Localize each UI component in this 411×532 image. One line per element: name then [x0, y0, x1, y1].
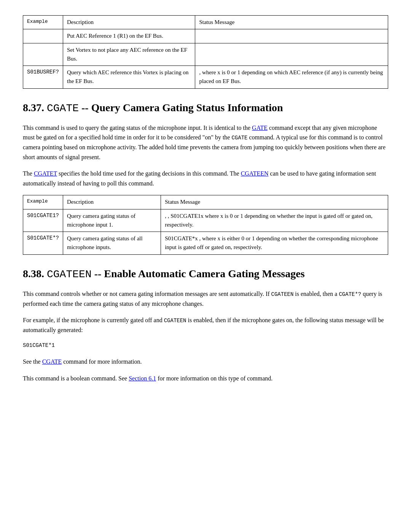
cgate-link[interactable]: CGATE — [42, 358, 62, 365]
table-row: S01CGATE*? Query camera gating status of… — [23, 232, 388, 255]
table-cell-status — [195, 43, 388, 66]
section61-link[interactable]: Section 6.1 — [129, 375, 156, 382]
table-cell-example — [23, 43, 63, 66]
table-cell-example: S01CGATE*? — [23, 232, 63, 255]
cgatet-link[interactable]: CGATET — [34, 170, 57, 177]
table-header-example: Example — [23, 195, 63, 209]
section-number: 8.37. — [23, 102, 44, 113]
table-cell-description: Query which AEC reference this Vortex is… — [63, 66, 195, 89]
code-block: S01CGATE*1 — [23, 342, 388, 350]
table-cell-description: Query camera gating status of microphone… — [63, 209, 161, 232]
section-title: -- Query Camera Gating Status Informatio… — [81, 102, 283, 113]
table-row: S01CGATE1? Query camera gating status of… — [23, 209, 388, 232]
table-row: Set Vortex to not place any AEC referenc… — [23, 43, 388, 66]
section-38-paragraph-1: This command controls whether or not cam… — [23, 289, 388, 308]
section-command: CGATEEN — [47, 268, 92, 280]
section-38-paragraph-2: For example, if the microphone is curren… — [23, 315, 388, 335]
table-cell-example: S01CGATE1? — [23, 209, 63, 232]
table-cell-example: S01BUSREF? — [23, 66, 63, 89]
table-header-status: Status Message — [161, 195, 388, 209]
table-header-example: Example — [23, 16, 63, 29]
section-paragraph-2: The CGATET specifies the hold time used … — [23, 169, 388, 188]
table-cell-status: , , S01CGATE1x where x is 0 or 1 dependi… — [161, 209, 388, 232]
section-command: CGATE — [47, 102, 79, 114]
section-37-table: Example Description Status Message S01CG… — [23, 195, 388, 254]
section-8-38: 8.38. CGATEEN -- Enable Automatic Camera… — [23, 267, 388, 383]
top-table: Example Description Status Message Put A… — [23, 15, 388, 89]
table-cell-description: Query camera gating status of all microp… — [63, 232, 161, 255]
cgateen-link[interactable]: CGATEEN — [241, 170, 269, 177]
section-8-37: 8.37. CGATE -- Query Camera Gating Statu… — [23, 101, 388, 255]
section-title: -- Enable Automatic Camera Gating Messag… — [94, 268, 305, 280]
section-heading-8-37: 8.37. CGATE -- Query Camera Gating Statu… — [23, 101, 388, 115]
section-number: 8.38. — [23, 268, 44, 280]
section-38-paragraph-4: This command is a boolean command. See S… — [23, 374, 388, 383]
table-row: Put AEC Reference 1 (R1) on the EF Bus. — [23, 29, 388, 43]
table-header-description: Description — [63, 195, 161, 209]
section-38-paragraph-3: See the CGATE command for more informati… — [23, 357, 388, 367]
section-paragraph-1: This command is used to query the gating… — [23, 123, 388, 162]
table-cell-status: , where x is 0 or 1 depending on which A… — [195, 66, 388, 89]
table-cell-description: Set Vortex to not place any AEC referenc… — [63, 43, 195, 66]
table-header-description: Description — [63, 16, 195, 29]
table-row: S01BUSREF? Query which AEC reference thi… — [23, 66, 388, 89]
table-header-status: Status Message — [195, 16, 388, 29]
section-heading-8-38: 8.38. CGATEEN -- Enable Automatic Camera… — [23, 267, 388, 281]
table-cell-status — [195, 29, 388, 43]
table-cell-status: S01CGATE*x , where x is either 0 or 1 de… — [161, 232, 388, 255]
table-cell-example — [23, 29, 63, 43]
table-cell-description: Put AEC Reference 1 (R1) on the EF Bus. — [63, 29, 195, 43]
gate-link[interactable]: GATE — [252, 125, 268, 131]
